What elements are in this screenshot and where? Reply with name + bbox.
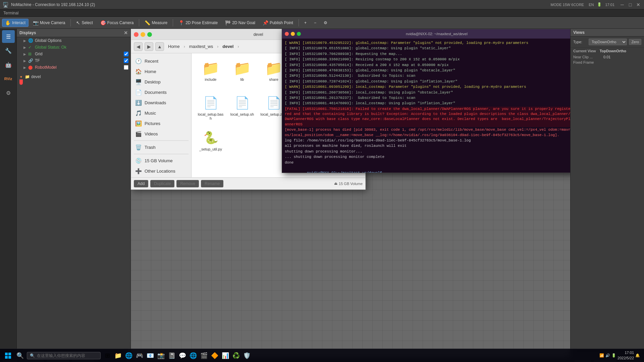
grid-item[interactable]: ▶ ⊞ Grid	[17, 51, 130, 57]
taskbar-media[interactable]: 🎬	[199, 350, 209, 361]
taskbar-notes[interactable]: 📓	[166, 350, 177, 361]
move-camera-button[interactable]: 📷 Move Camera	[30, 19, 68, 27]
robot-model-item[interactable]: ▶ ⬤ RobotModel	[17, 64, 130, 71]
fm-path-devel[interactable]: devel	[220, 43, 235, 50]
taskbar-browser[interactable]: 🌐	[123, 350, 134, 361]
file-local-setup-sh[interactable]: 📄 local_setup.sh	[227, 92, 257, 126]
file-local-setup-bash[interactable]: 📄 local_setup.bash	[196, 92, 226, 126]
term-maximize-button[interactable]	[297, 32, 301, 36]
file-include[interactable]: 📁 include	[196, 57, 226, 91]
grid-checkbox[interactable]	[124, 52, 128, 56]
config-sidebar-btn[interactable]: ⚙	[2, 86, 15, 99]
fm-maximize-button[interactable]	[147, 32, 152, 37]
views-fixed-frame-label: Fixed Frame	[573, 60, 603, 64]
taskbar-notification-icon: 🔔	[635, 353, 640, 358]
taskbar-app2[interactable]: 📊	[220, 350, 231, 361]
fm-sidebar-recent[interactable]: 🕐 Recent	[131, 56, 191, 66]
interact-label: Interact	[12, 20, 25, 25]
fm-sidebar-home[interactable]: 🏠 Home	[131, 66, 191, 77]
fm-back-button[interactable]: ◀	[134, 42, 143, 51]
term-line-8: [ INFO] [1653210080.728741024]: global_c…	[285, 79, 570, 84]
global-status-item[interactable]: ▶ ✓ Global Status: Ok	[17, 44, 130, 51]
taskbar-search-icon[interactable]: 🔍	[15, 350, 25, 361]
error-dot-2	[19, 81, 23, 85]
views-type-select[interactable]: TopDownOrtho	[589, 39, 627, 45]
fm-rename-button[interactable]: Rename	[201, 180, 223, 187]
zoom-in-button[interactable]: +	[301, 19, 310, 26]
taskbar-file-explorer[interactable]: 📁	[113, 350, 123, 361]
fm-duplicate-button[interactable]: Duplicate	[150, 180, 174, 187]
taskbar-search-icon-inner: 🔍	[30, 353, 35, 358]
fm-downloads-icon: ⬇️	[135, 100, 142, 106]
taskbar-app4[interactable]: 🛡️	[241, 350, 252, 361]
file-lib[interactable]: 📁 lib	[227, 57, 257, 91]
devel-sub-2[interactable]	[17, 82, 130, 84]
robot-sidebar-btn[interactable]: 🤖	[2, 58, 15, 71]
taskbar-task-view[interactable]: ⊞	[102, 350, 113, 361]
minimize-button[interactable]: ─	[619, 2, 625, 8]
fm-documents-label: Documents	[145, 90, 167, 95]
taskbar-app1[interactable]: 🔶	[209, 350, 220, 361]
taskbar-camera[interactable]: 📸	[156, 350, 166, 361]
fm-sidebar-other-locations[interactable]: ➕ Other Locations	[131, 166, 191, 176]
fm-up-button[interactable]: ▲	[155, 42, 164, 51]
fm-sidebar-documents[interactable]: 📄 Documents	[131, 87, 191, 98]
taskbar-search-input[interactable]	[37, 353, 91, 358]
taskbar-search[interactable]: 🔍	[27, 352, 101, 359]
fm-sidebar-videos[interactable]: 🎬 Videos	[131, 129, 191, 139]
zoom-out-button[interactable]: −	[311, 19, 319, 26]
pose-estimate-button[interactable]: 📍 2D Pose Estimate	[175, 19, 221, 27]
fm-sidebar-pictures[interactable]: 🖼️ Pictures	[131, 118, 191, 129]
rviz-sidebar-btn[interactable]: RViz	[2, 72, 15, 85]
nav-goal-button[interactable]: 🏁 2D Nav Goal	[222, 19, 258, 27]
publish-point-button[interactable]: 📌 Publish Point	[260, 19, 296, 27]
views-zero-button[interactable]: Zero	[629, 39, 641, 45]
tf-item[interactable]: ▶ 🔗 TF	[17, 57, 130, 64]
focus-camera-button[interactable]: 🎯 Focus Camera	[97, 19, 137, 27]
tf-checkbox[interactable]	[124, 58, 128, 63]
taskbar-game[interactable]: 🎮	[134, 350, 145, 361]
devel-item[interactable]: ▼ 📁 devel	[17, 73, 130, 80]
interact-button[interactable]: ✋ Interact	[2, 19, 29, 27]
term-close-button[interactable]	[285, 32, 289, 36]
measure-button[interactable]: 📏 Measure	[142, 19, 170, 27]
term-minimize-button[interactable]	[291, 32, 295, 36]
views-current-section: Current View TopDownOrtho	[571, 47, 644, 54]
share-label: share	[269, 77, 278, 81]
maximize-button[interactable]: □	[627, 2, 633, 8]
displays-sidebar-btn[interactable]: ☰	[2, 30, 15, 43]
tools-sidebar-btn[interactable]: 🔧	[2, 44, 15, 57]
fm-remove-button[interactable]: Remove	[176, 180, 199, 187]
select-button[interactable]: ↖ Select	[73, 19, 96, 27]
interact-icon: ✋	[5, 20, 11, 25]
taskbar-chat[interactable]: 💬	[177, 350, 188, 361]
viewport[interactable]: devel ◀ ▶ ▲ Home › maxitest_ws › devel ›…	[131, 29, 570, 357]
fm-sidebar-trash[interactable]: 🗑️ Trash	[131, 142, 191, 153]
close-button[interactable]: ✕	[635, 2, 641, 8]
fm-forward-button[interactable]: ▶	[145, 42, 153, 51]
start-button[interactable]	[1, 349, 15, 362]
pose-icon: 📍	[178, 20, 184, 25]
global-options-item[interactable]: ▶ 🌐 Global Options	[17, 37, 130, 44]
fm-minimize-button[interactable]	[141, 32, 145, 37]
terminal-window: nvidia@NXX-02: ~/maxitest_ws/devel [ WAR…	[282, 29, 570, 173]
displays-close-button[interactable]: ✕	[124, 30, 128, 36]
fm-sidebar-downloads[interactable]: ⬇️ Downloads	[131, 98, 191, 108]
taskbar-email[interactable]: 📧	[145, 350, 156, 361]
fm-close-button[interactable]	[134, 32, 139, 37]
fm-sidebar-desktop[interactable]: 🖥️ Desktop	[131, 77, 191, 87]
title-bar-left: 🖥️ NoMachine - Connection to 192.168.124…	[3, 2, 95, 7]
robot-model-checkbox[interactable]	[124, 65, 128, 70]
grid-arrow: ▶	[23, 52, 28, 56]
fm-add-button[interactable]: Add	[134, 180, 148, 187]
settings-button[interactable]: ⚙	[321, 19, 330, 26]
taskbar-app3[interactable]: ♻️	[231, 350, 241, 361]
fm-path-maxitest[interactable]: maxitest_ws	[187, 43, 215, 50]
file-setup-util-py[interactable]: 🐍 _setup_util.py	[196, 127, 226, 161]
fm-sidebar-music[interactable]: 🎵 Music	[131, 108, 191, 118]
terminal-body[interactable]: [ WARN] [1653210079.453295222]: global_c…	[282, 39, 570, 173]
term-line-11: [ INFO] [1653210081.291370237]: Subscrib…	[285, 96, 570, 101]
fm-path-home[interactable]: Home	[166, 43, 182, 50]
taskbar-browser2[interactable]: 🌐	[188, 350, 199, 361]
fm-sidebar-volume[interactable]: 💿 15 GB Volume	[131, 156, 191, 166]
